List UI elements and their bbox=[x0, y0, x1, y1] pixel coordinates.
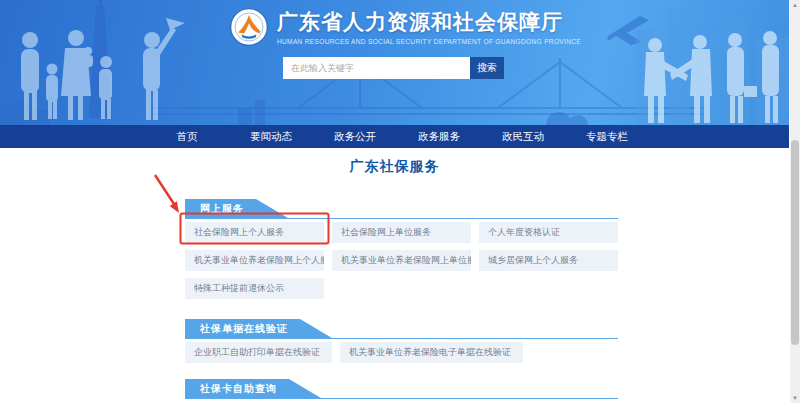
service-button-rural-personal[interactable]: 城乡居保网上个人服务 bbox=[479, 250, 618, 271]
site-logo-icon bbox=[229, 7, 269, 47]
section-tab-doc-verification: 社保单据在线验证 bbox=[185, 319, 332, 338]
section-online-services: 网上服务 社会保险网上个人服务 社会保险网上单位服务 个人年度资格认证 机关事业… bbox=[185, 199, 618, 299]
site-title: 广东省人力资源和社会保障厅 bbox=[277, 9, 581, 35]
nav-item-news[interactable]: 要闻动态 bbox=[229, 130, 313, 144]
service-button-gov-pension-personal[interactable]: 机关事业单位养老保险网上个人服务 bbox=[185, 250, 324, 271]
section-card-self-query: 社保卡自助查询 bbox=[185, 379, 618, 399]
skyline-silhouette bbox=[0, 100, 588, 125]
scrollbar[interactable]: ▲ ▼ bbox=[790, 0, 800, 403]
page-title: 广东社保服务 bbox=[0, 158, 789, 176]
service-button-annual-certification[interactable]: 个人年度资格认证 bbox=[479, 222, 618, 243]
nav-item-interaction[interactable]: 政民互动 bbox=[481, 130, 565, 144]
site-subtitle-en: HUMAN RESOURCES AND SOCIAL SECURITY DEPA… bbox=[277, 38, 581, 45]
site-header: 广东省人力资源和社会保障厅 HUMAN RESOURCES AND SOCIAL… bbox=[0, 0, 789, 125]
search-bar: 搜索 bbox=[283, 57, 504, 79]
section-tab-row: 社保卡自助查询 bbox=[185, 379, 618, 399]
main-nav: 首页 要闻动态 政务公开 政务服务 政民互动 专题专栏 bbox=[0, 125, 789, 148]
search-input[interactable] bbox=[283, 57, 470, 79]
verify-button-enterprise-print[interactable]: 企业职工自助打印单据在线验证 bbox=[185, 342, 332, 363]
scroll-down-arrow[interactable]: ▼ bbox=[790, 394, 800, 402]
section-tab-row: 社保单据在线验证 bbox=[185, 319, 618, 339]
section-tab-card-self-query: 社保卡自助查询 bbox=[185, 379, 321, 398]
verify-button-gov-electronic-doc[interactable]: 机关事业单位养老保险电子单据在线验证 bbox=[340, 342, 523, 363]
service-button-grid: 社会保险网上个人服务 社会保险网上单位服务 个人年度资格认证 机关事业单位养老保… bbox=[185, 222, 618, 299]
nav-item-gov-disclosure[interactable]: 政务公开 bbox=[313, 130, 397, 144]
verify-button-row: 企业职工自助打印单据在线验证 机关事业单位养老保险电子单据在线验证 bbox=[185, 342, 618, 363]
scrollbar-thumb[interactable] bbox=[791, 140, 799, 345]
service-button-special-retirement-notice[interactable]: 特殊工种提前退休公示 bbox=[185, 278, 324, 299]
service-button-si-employer[interactable]: 社会保险网上单位服务 bbox=[332, 222, 471, 243]
section-doc-verification: 社保单据在线验证 企业职工自助打印单据在线验证 机关事业单位养老保险电子单据在线… bbox=[185, 319, 618, 363]
search-button[interactable]: 搜索 bbox=[470, 57, 504, 79]
nav-item-gov-services[interactable]: 政务服务 bbox=[397, 130, 481, 144]
page-content: 广东社保服务 网上服务 社会保险网上个人服务 社会保险网上单位服务 个人年度资格… bbox=[0, 148, 789, 403]
browser-viewport: 广东省人力资源和社会保障厅 HUMAN RESOURCES AND SOCIAL… bbox=[0, 0, 800, 403]
section-tab-online-services: 网上服务 bbox=[185, 199, 288, 218]
scroll-up-arrow[interactable]: ▲ bbox=[790, 1, 800, 9]
service-button-si-personal[interactable]: 社会保险网上个人服务 bbox=[185, 222, 324, 243]
sections: 网上服务 社会保险网上个人服务 社会保险网上单位服务 个人年度资格认证 机关事业… bbox=[185, 199, 618, 399]
site-brand: 广东省人力资源和社会保障厅 HUMAN RESOURCES AND SOCIAL… bbox=[229, 7, 581, 47]
nav-item-home[interactable]: 首页 bbox=[145, 130, 229, 144]
section-tab-row: 网上服务 bbox=[185, 199, 618, 219]
nav-item-special-topics[interactable]: 专题专栏 bbox=[565, 130, 649, 144]
service-button-gov-pension-employer[interactable]: 机关事业单位养老保险网上单位服务 bbox=[332, 250, 471, 271]
